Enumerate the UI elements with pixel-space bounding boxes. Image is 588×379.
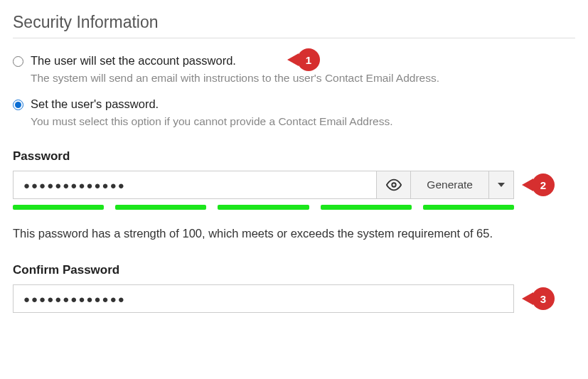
meter-segment xyxy=(115,205,206,210)
toggle-visibility-button[interactable] xyxy=(376,171,410,199)
radio-label: The user will set the account password. xyxy=(31,54,236,68)
radio-option-set-password[interactable]: Set the user's password. You must select… xyxy=(13,97,575,128)
annotation-callout-2: 2 xyxy=(532,174,555,196)
radio-description: The system will send an email with instr… xyxy=(31,72,575,85)
confirm-password-input[interactable] xyxy=(13,284,514,313)
annotation-callout-3: 3 xyxy=(532,287,555,310)
password-input-group: Generate xyxy=(13,171,514,199)
password-label: Password xyxy=(13,149,575,164)
generate-dropdown-button[interactable] xyxy=(488,171,514,199)
eye-icon xyxy=(386,177,402,193)
caret-down-icon xyxy=(498,181,505,188)
password-strength-text: This password has a strength of 100, whi… xyxy=(13,225,560,242)
section-heading: Security Information xyxy=(13,13,575,32)
annotation-callout-1: 1 xyxy=(297,48,320,71)
password-strength-meter xyxy=(13,205,514,210)
password-input[interactable] xyxy=(13,171,376,199)
radio-user-sets[interactable] xyxy=(13,56,23,67)
radio-option-user-sets[interactable]: The user will set the account password. … xyxy=(13,54,575,85)
meter-segment xyxy=(321,205,412,210)
divider xyxy=(13,38,575,38)
radio-set-password[interactable] xyxy=(13,100,23,110)
generate-button[interactable]: Generate xyxy=(410,171,488,199)
confirm-password-label: Confirm Password xyxy=(13,263,575,277)
meter-segment xyxy=(218,205,309,210)
radio-description: You must select this option if you canno… xyxy=(31,115,575,128)
svg-point-0 xyxy=(392,183,396,187)
radio-label: Set the user's password. xyxy=(31,97,159,111)
meter-segment xyxy=(13,205,104,210)
meter-segment xyxy=(423,205,514,210)
